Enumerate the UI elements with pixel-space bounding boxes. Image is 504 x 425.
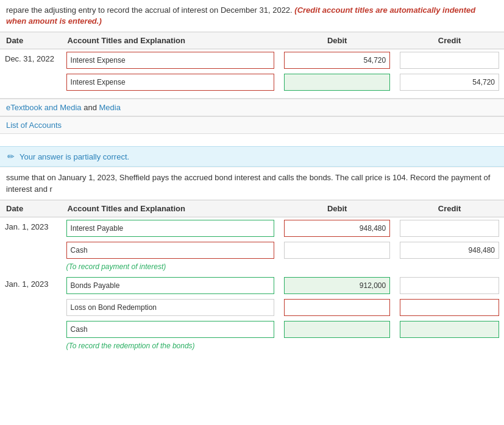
debit-cell-g2-2[interactable] [279, 297, 395, 318]
etextbook-link-section: eTextbook and Media and Media [0, 99, 504, 116]
pencil-icon: ✏ [7, 152, 15, 161]
table-row: Dec. 31, 2022 [0, 49, 504, 72]
debit-cell-2[interactable] [279, 71, 395, 93]
account-cell-g2-3[interactable] [62, 318, 280, 340]
credit-cell-1[interactable] [395, 49, 504, 72]
debit-cell-g1-1[interactable] [279, 217, 395, 239]
debit-cell-g2-1[interactable] [279, 275, 395, 297]
date-cell-2 [0, 71, 62, 93]
credit-input-g1-1[interactable] [400, 220, 499, 237]
table-row [0, 71, 504, 93]
partial-correct-text: Your answer is partially correct. [20, 152, 129, 161]
account-input-2[interactable] [66, 74, 275, 91]
credit-cell-g1-1[interactable] [395, 217, 504, 239]
note-spacer-1 [0, 261, 62, 275]
credit-input-2[interactable] [400, 74, 499, 91]
note-spacer-2 [0, 340, 62, 354]
date-label-g2: Jan. 1, 2023 [5, 279, 49, 289]
credit-cell-g2-3[interactable] [395, 318, 504, 340]
partial-correct-banner: ✏ Your answer is partially correct. [0, 146, 504, 167]
header-debit-1: Debit [279, 32, 395, 49]
account-cell-g1-2[interactable] [62, 239, 280, 261]
credit-cell-g2-2[interactable] [395, 297, 504, 318]
account-input-g1-2[interactable] [66, 242, 275, 259]
instruction-1: repare the adjusting entry to record the… [0, 0, 504, 32]
account-cell-g2-1[interactable] [62, 275, 280, 297]
header-date-1: Date [0, 32, 62, 49]
account-cell-g1-1[interactable] [62, 217, 280, 239]
account-input-g2-3[interactable] [66, 321, 275, 338]
debit-input-g2-2[interactable] [284, 299, 390, 316]
header-account-2: Account Titles and Explanation [62, 200, 280, 217]
date-cell-g1-2 [0, 239, 62, 261]
header-account-1: Account Titles and Explanation [62, 32, 280, 49]
instruction-2: ssume that on January 1, 2023, Sheffield… [0, 167, 504, 199]
account-input-g2-1[interactable] [66, 277, 275, 294]
debit-cell-g2-3[interactable] [279, 318, 395, 340]
debit-input-g2-3[interactable] [284, 321, 390, 338]
note-row-2: (To record the redemption of the bonds) [0, 340, 504, 354]
debit-cell-g1-2[interactable] [279, 239, 395, 261]
debit-cell-1[interactable] [279, 49, 395, 72]
date-cell-1: Dec. 31, 2022 [0, 49, 62, 72]
date-cell-g2: Jan. 1, 2023 [0, 275, 62, 297]
credit-input-g2-1[interactable] [400, 277, 499, 294]
table-row [0, 297, 504, 318]
instruction-text-2: ssume that on January 1, 2023, Sheffield… [6, 173, 490, 193]
date-cell-g2-3 [0, 318, 62, 340]
account-cell-1[interactable] [62, 49, 280, 72]
instruction-text-1: repare the adjusting entry to record the… [6, 5, 293, 15]
media-link[interactable]: Media [99, 103, 121, 112]
note-row-1: (To record payment of interest) [0, 261, 504, 275]
table-row: Jan. 1, 2023 [0, 217, 504, 239]
debit-input-g1-1[interactable] [284, 220, 390, 237]
date-label-g1: Jan. 1, 2023 [5, 222, 49, 231]
account-cell-2[interactable] [62, 71, 280, 93]
account-input-g1-1[interactable] [66, 220, 275, 237]
account-input-1[interactable] [66, 52, 275, 69]
credit-input-g2-3[interactable] [400, 321, 499, 338]
header-credit-1: Credit [395, 32, 504, 49]
credit-input-1[interactable] [400, 52, 499, 69]
spacer-row [0, 93, 504, 98]
credit-cell-g2-1[interactable] [395, 275, 504, 297]
credit-cell-g1-2[interactable] [395, 239, 504, 261]
list-of-accounts-section: List of Accounts [0, 116, 504, 134]
header-credit-2: Credit [395, 200, 504, 217]
date-cell-g1: Jan. 1, 2023 [0, 217, 62, 239]
header-date-2: Date [0, 200, 62, 217]
debit-input-g1-2[interactable] [284, 242, 390, 259]
note-text-2: (To record the redemption of the bonds) [62, 340, 504, 354]
list-of-accounts-link[interactable]: List of Accounts [6, 121, 62, 130]
account-cell-g2-2[interactable] [62, 297, 280, 318]
debit-input-1[interactable] [284, 52, 390, 69]
journal-table-1: Date Account Titles and Explanation Debi… [0, 32, 504, 98]
credit-cell-2[interactable] [395, 71, 504, 93]
journal-table-2: Date Account Titles and Explanation Debi… [0, 200, 504, 354]
debit-input-g2-1[interactable] [284, 277, 390, 294]
credit-input-g2-2[interactable] [400, 299, 499, 316]
table-row [0, 318, 504, 340]
header-debit-2: Debit [279, 200, 395, 217]
table-row: Jan. 1, 2023 [0, 275, 504, 297]
date-cell-g2-2 [0, 297, 62, 318]
debit-input-2[interactable] [284, 74, 390, 91]
account-input-g2-2[interactable] [66, 299, 275, 316]
date-label-1: Dec. 31, 2022 [5, 54, 54, 63]
table-row [0, 239, 504, 261]
link-separator: and [83, 103, 99, 112]
etextbook-link[interactable]: eTextbook and Media [6, 103, 82, 112]
credit-input-g1-2[interactable] [400, 242, 499, 259]
note-text-1: (To record payment of interest) [62, 261, 504, 275]
spacer-1 [0, 134, 504, 140]
